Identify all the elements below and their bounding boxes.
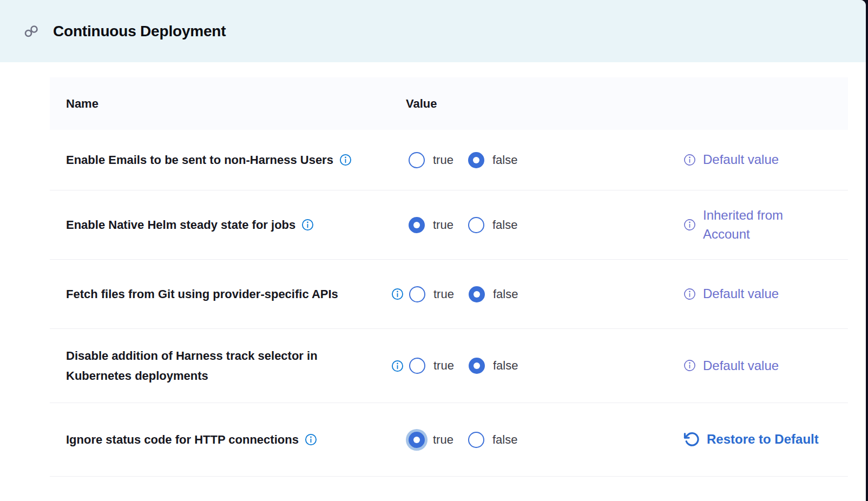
setting-name-cell: Disable addition of Harness track select… (50, 346, 387, 386)
radio-false-label[interactable]: false (492, 153, 517, 167)
radio-false[interactable] (468, 432, 484, 448)
table-row: Disable addition of Harness track select… (50, 329, 848, 403)
radio-false-label[interactable]: false (492, 433, 517, 447)
status-label[interactable]: Default value (703, 285, 779, 304)
radio-option-false[interactable]: false (468, 432, 517, 448)
column-header-value: Value (387, 97, 437, 111)
info-icon[interactable] (391, 288, 404, 300)
radio-true[interactable] (409, 432, 425, 448)
setting-label: Fetch files from Git using provider-spec… (66, 284, 338, 304)
value-radio-group: true false (409, 358, 518, 374)
table-row: Enable Native Helm steady state for jobs… (50, 190, 848, 260)
restore-icon[interactable] (683, 431, 700, 447)
info-icon[interactable] (305, 433, 317, 446)
section-header: Continuous Deployment (0, 0, 866, 62)
radio-true-label[interactable]: true (433, 218, 453, 232)
table-row: Ignore status code for HTTP connections … (50, 403, 848, 477)
info-icon[interactable] (683, 288, 696, 300)
value-radio-group: true false (409, 432, 517, 448)
radio-true[interactable] (409, 286, 425, 302)
radio-true[interactable] (409, 358, 425, 374)
radio-true-label[interactable]: true (433, 433, 453, 447)
radio-false[interactable] (469, 358, 485, 374)
status-label[interactable]: Inherited from Account (703, 206, 819, 244)
info-icon[interactable] (683, 154, 696, 166)
radio-option-false[interactable]: false (468, 217, 517, 233)
info-icon[interactable] (339, 154, 352, 166)
settings-content: Name Value Enable Emails to be sent to n… (0, 62, 866, 477)
radio-true-label[interactable]: true (433, 359, 454, 373)
radio-option-false[interactable]: false (469, 286, 518, 302)
radio-true-label[interactable]: true (433, 287, 454, 301)
info-icon[interactable] (683, 359, 696, 372)
info-icon[interactable] (391, 360, 404, 372)
column-header-name: Name (50, 97, 387, 111)
radio-true[interactable] (409, 152, 425, 168)
setting-value-cell: true false (387, 358, 683, 374)
value-radio-group: true false (409, 217, 517, 233)
radio-true-label[interactable]: true (433, 153, 453, 167)
value-radio-group: true false (409, 152, 517, 168)
setting-value-cell: true false (387, 432, 683, 448)
setting-label: Ignore status code for HTTP connections (66, 430, 299, 450)
setting-status-cell: Default value (683, 150, 848, 169)
setting-name-cell: Enable Emails to be sent to non-Harness … (50, 150, 387, 170)
setting-value-cell: true false (387, 286, 683, 302)
radio-option-false[interactable]: false (469, 358, 518, 374)
page-title: Continuous Deployment (53, 23, 226, 40)
table-header-row: Name Value (50, 77, 848, 130)
radio-false[interactable] (469, 286, 485, 302)
status-label[interactable]: Default value (703, 357, 779, 375)
setting-name-cell: Ignore status code for HTTP connections (50, 430, 387, 450)
setting-label: Enable Native Helm steady state for jobs (66, 215, 295, 235)
settings-panel: Continuous Deployment Name Value Enable … (0, 0, 866, 501)
radio-false-label[interactable]: false (493, 287, 518, 301)
info-icon[interactable] (683, 219, 696, 231)
status-label[interactable]: Default value (703, 150, 779, 169)
info-icon[interactable] (301, 219, 314, 231)
setting-status-cell: Restore to Default (683, 430, 848, 449)
setting-status-cell: Default value (683, 357, 848, 375)
radio-false[interactable] (468, 152, 484, 168)
setting-status-cell: Inherited from Account (683, 206, 848, 244)
setting-label: Disable addition of Harness track select… (66, 346, 361, 386)
setting-value-cell: true false (387, 152, 683, 168)
setting-label: Enable Emails to be sent to non-Harness … (66, 150, 333, 170)
link-icon (24, 24, 39, 38)
radio-option-false[interactable]: false (468, 152, 517, 168)
radio-option-true[interactable]: true (409, 358, 454, 374)
setting-status-cell: Default value (683, 285, 848, 304)
radio-option-true[interactable]: true (409, 152, 453, 168)
table-row: Enable Emails to be sent to non-Harness … (50, 130, 848, 190)
status-label[interactable]: Restore to Default (707, 430, 819, 449)
radio-option-true[interactable]: true (409, 432, 453, 448)
setting-name-cell: Fetch files from Git using provider-spec… (50, 284, 387, 304)
radio-false-label[interactable]: false (493, 359, 518, 373)
radio-false[interactable] (468, 217, 484, 233)
settings-table: Name Value Enable Emails to be sent to n… (50, 77, 848, 477)
value-radio-group: true false (409, 286, 518, 302)
setting-value-cell: true false (387, 217, 683, 233)
setting-name-cell: Enable Native Helm steady state for jobs (50, 215, 387, 235)
radio-true[interactable] (409, 217, 425, 233)
radio-false-label[interactable]: false (492, 218, 517, 232)
table-row: Fetch files from Git using provider-spec… (50, 260, 848, 329)
radio-option-true[interactable]: true (409, 286, 454, 302)
radio-option-true[interactable]: true (409, 217, 453, 233)
